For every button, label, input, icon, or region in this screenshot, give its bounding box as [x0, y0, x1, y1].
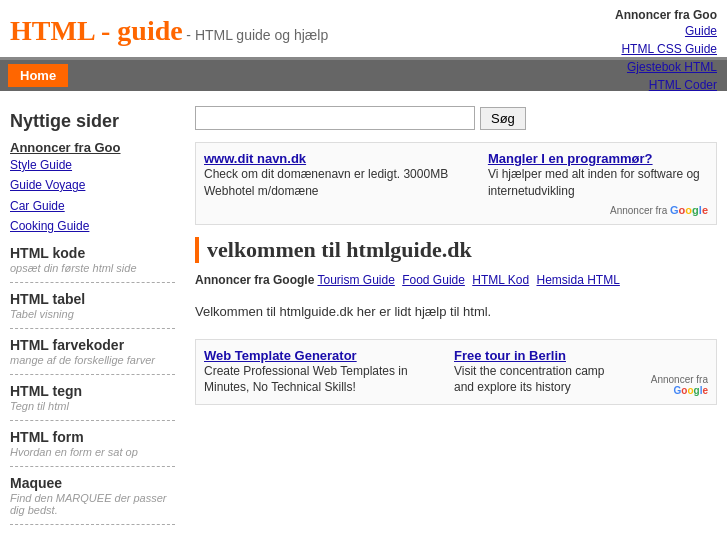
sidebar-nav-html-tabel[interactable]: HTML tabel Tabel visning	[10, 291, 175, 329]
sidebar-ads-title[interactable]: Annoncer fra Goo	[10, 140, 121, 155]
sidebar-nav-html-tabel-title: HTML tabel	[10, 291, 175, 307]
sidebar-nav-html-farve[interactable]: HTML farvekoder mange af de forskellige …	[10, 337, 175, 375]
google-links-bar: Annoncer fra Google Tourism Guide Food G…	[195, 273, 717, 287]
top-ad-link-domain[interactable]: www.dit navn.dk	[204, 151, 468, 166]
sidebar-nav-html-form-subtitle: Hvordan en form er sat op	[10, 446, 175, 458]
welcome-section: velkommen til htmlguide.dk	[195, 237, 717, 263]
bottom-ad-link-1[interactable]: Web Template Generator	[204, 348, 434, 363]
google-link-2[interactable]: Food Guide	[402, 273, 465, 287]
bottom-ad-desc-1: Create Professional Web Templates in Min…	[204, 363, 434, 397]
top-ad-link-programmer[interactable]: Mangler I en programmør?	[488, 151, 708, 166]
main-container: Nyttige sider Annoncer fra Goo Style Gui…	[0, 91, 727, 537]
sidebar-nav-html-kode-title: HTML kode	[10, 245, 175, 261]
sidebar-nav-html-farve-title: HTML farvekoder	[10, 337, 175, 353]
site-header: HTML - guide - HTML guide og hjælp	[0, 0, 727, 60]
sidebar-nav-html-tegn-subtitle: Tegn til html	[10, 400, 175, 412]
sidebar-nav-html-tegn[interactable]: HTML tegn Tegn til html	[10, 383, 175, 421]
search-bar: Søg	[195, 106, 717, 130]
bottom-ad-block: Web Template Generator Create Profession…	[195, 339, 717, 406]
top-ad-desc-2: Vi hjælper med alt inden for software og…	[488, 166, 708, 200]
top-ad-item-2: Mangler I en programmør? Vi hjælper med …	[488, 151, 708, 216]
google-link-3[interactable]: HTML Kod	[472, 273, 529, 287]
sidebar-nav-html-form-title: HTML form	[10, 429, 175, 445]
sidebar-nav-html-tabel-subtitle: Tabel visning	[10, 308, 175, 320]
top-ad-item-1: www.dit navn.dk Check om dit domænenavn …	[204, 151, 468, 216]
sidebar-ad-link-4[interactable]: Cooking Guide	[10, 216, 175, 236]
search-input[interactable]	[195, 106, 475, 130]
sidebar-ad-link-3[interactable]: Car Guide	[10, 196, 175, 216]
sidebar-section-title: Nyttige sider	[10, 111, 175, 132]
site-title: HTML - guide	[10, 15, 183, 46]
sidebar-nav-html-tegn-title: HTML tegn	[10, 383, 175, 399]
sidebar-nav-maquee-title: Maquee	[10, 475, 175, 491]
top-ad-desc-1: Check om dit domænenavn er ledigt. 3000M…	[204, 166, 468, 200]
sidebar: Nyttige sider Annoncer fra Goo Style Gui…	[10, 101, 185, 527]
main-content: Søg www.dit navn.dk Check om dit domænen…	[185, 101, 717, 527]
welcome-heading: velkommen til htmlguide.dk	[207, 237, 717, 263]
sidebar-nav-html-farve-subtitle: mange af de forskellige farver	[10, 354, 175, 366]
top-ad-block: www.dit navn.dk Check om dit domænenavn …	[195, 142, 717, 225]
google-link-4[interactable]: Hemsida HTML	[537, 273, 620, 287]
top-ad-link-4[interactable]: HTML Coder	[615, 76, 717, 94]
sidebar-ad-link-1[interactable]: Style Guide	[10, 155, 175, 175]
sidebar-ad-link-2[interactable]: Guide Voyage	[10, 175, 175, 195]
sidebar-nav-html-kode[interactable]: HTML kode opsæt din første html side	[10, 245, 175, 283]
bottom-ad-link-2[interactable]: Free tour in Berlin	[454, 348, 627, 363]
sidebar-nav-maquee[interactable]: Maquee Find den MARQUEE der passer dig b…	[10, 475, 175, 525]
top-ad-link-3[interactable]: Gjestebok HTML	[615, 58, 717, 76]
sidebar-nav-html-kode-subtitle: opsæt din første html side	[10, 262, 175, 274]
sidebar-nav-maquee-subtitle: Find den MARQUEE der passer dig bedst.	[10, 492, 175, 516]
bottom-ad-item-1: Web Template Generator Create Profession…	[204, 348, 434, 397]
site-subtitle: - HTML guide og hjælp	[186, 27, 328, 43]
search-button[interactable]: Søg	[480, 107, 526, 130]
google-badge-top: Annoncer fra Google	[488, 204, 708, 216]
google-link-1[interactable]: Tourism Guide	[317, 273, 394, 287]
google-badge-bottom: Annoncer fra Google	[647, 374, 708, 396]
google-links-label: Annoncer fra Google	[195, 273, 314, 287]
sidebar-nav-html-form[interactable]: HTML form Hvordan en form er sat op	[10, 429, 175, 467]
bottom-ad-desc-2: Visit the concentration camp and explore…	[454, 363, 627, 397]
welcome-text: Velkommen til htmlguide.dk her er lidt h…	[195, 299, 717, 324]
bottom-ad-item-2: Free tour in Berlin Visit the concentrat…	[454, 348, 627, 397]
home-button[interactable]: Home	[8, 64, 68, 87]
